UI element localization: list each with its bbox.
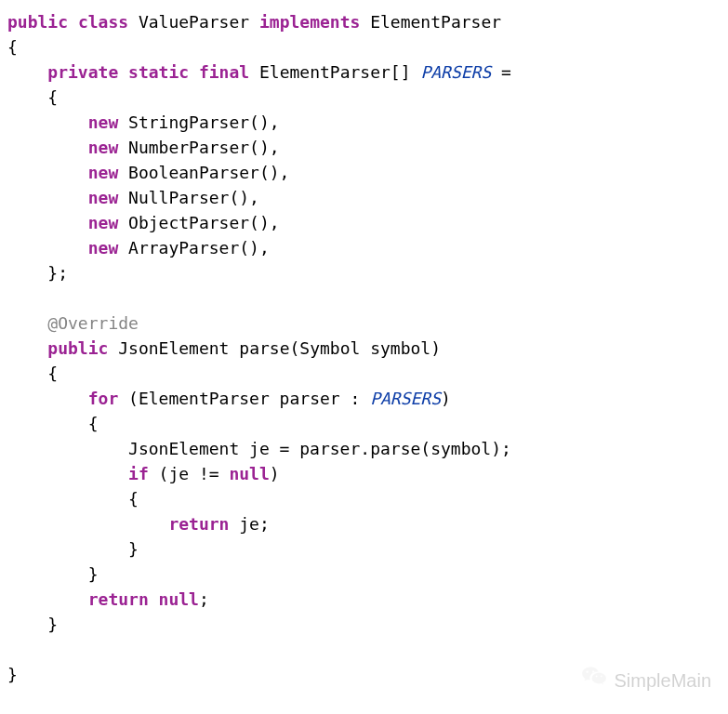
constant-parsers: PARSERS — [420, 62, 491, 82]
interface-name: ElementParser — [370, 12, 501, 32]
keyword-new: new — [88, 188, 119, 207]
brace-open: { — [7, 37, 18, 57]
keyword-private: private — [47, 62, 118, 82]
keyword-for: for — [88, 389, 119, 408]
keyword-class: class — [78, 12, 128, 32]
brace-open: { — [7, 364, 58, 383]
constructor-call: ArrayParser(), — [128, 238, 270, 258]
keyword-final: final — [199, 62, 249, 82]
watermark-text: SimpleMain — [615, 667, 711, 694]
constructor-call: BooleanParser(), — [128, 163, 289, 182]
keyword-new: new — [88, 213, 119, 232]
equals: = — [501, 62, 511, 82]
return-type: JsonElement — [118, 338, 229, 358]
constructor-call: ObjectParser(), — [128, 213, 280, 232]
constructor-call: NumberParser(), — [128, 138, 280, 157]
keyword-return: return — [88, 589, 149, 609]
keyword-public: public — [7, 12, 68, 32]
for-close: ) — [441, 389, 451, 408]
for-open: (ElementParser parser : — [128, 389, 370, 408]
field-type: ElementParser[] — [259, 62, 411, 82]
annotation-override: @Override — [47, 313, 139, 333]
brace-close: } — [7, 539, 139, 559]
code-line: public class ValueParser implements Elem… — [7, 12, 501, 32]
class-name: ValueParser — [139, 12, 249, 32]
constant-parsers: PARSERS — [370, 389, 441, 408]
brace-open: { — [7, 414, 99, 433]
keyword-if: if — [128, 464, 149, 483]
keyword-new: new — [88, 112, 119, 132]
constructor-call: NullParser(), — [128, 188, 259, 207]
brace-close: } — [7, 564, 99, 584]
brace-close: } — [7, 665, 18, 684]
keyword-null: null — [159, 589, 199, 609]
keyword-return: return — [168, 514, 229, 534]
method-signature: parse(Symbol symbol) — [239, 338, 441, 358]
return-value: je; — [239, 514, 270, 534]
statement: JsonElement je = parser.parse(symbol); — [128, 439, 511, 458]
semicolon: ; — [199, 589, 209, 609]
keyword-null: null — [229, 464, 269, 483]
wechat-icon — [581, 664, 607, 697]
brace-close: }; — [7, 263, 68, 283]
keyword-new: new — [88, 163, 119, 182]
condition: (je != — [159, 464, 230, 483]
keyword-static: static — [128, 62, 189, 82]
brace-open: { — [7, 87, 58, 107]
paren-close: ) — [270, 464, 280, 483]
brace-open: { — [7, 489, 139, 509]
keyword-public: public — [47, 338, 108, 358]
code-block: public class ValueParser implements Elem… — [7, 9, 721, 687]
keyword-new: new — [88, 238, 119, 258]
keyword-implements: implements — [259, 12, 360, 32]
constructor-call: StringParser(), — [128, 112, 280, 132]
brace-close: } — [7, 615, 58, 634]
watermark: SimpleMain — [581, 664, 711, 697]
keyword-new: new — [88, 138, 119, 157]
